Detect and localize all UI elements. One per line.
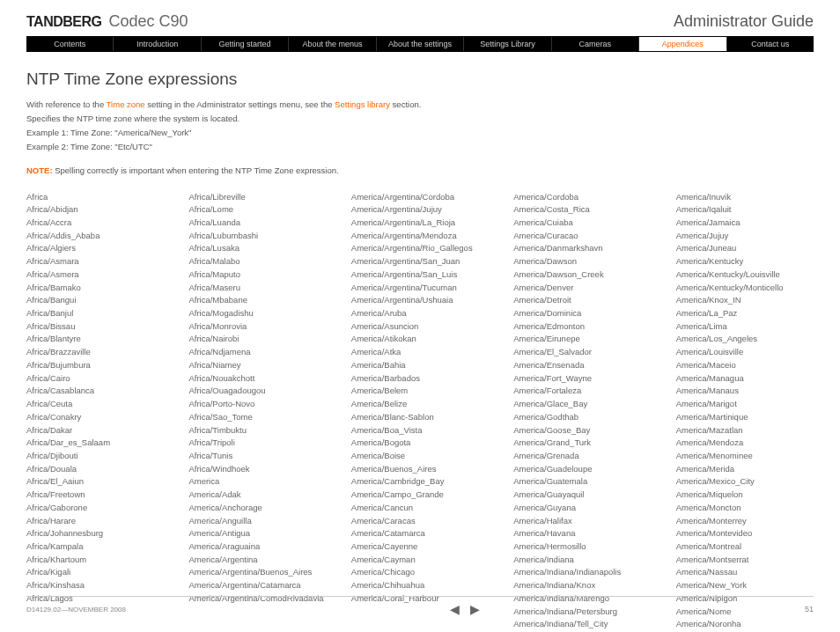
timezone-entry: Africa/Addis_Ababa (26, 230, 164, 243)
timezone-entry: America/Denver (513, 282, 651, 295)
nav-item-settings-library[interactable]: Settings Library (464, 37, 551, 51)
timezone-entry: Africa/Johannesburg (26, 527, 164, 540)
content: NTP Time Zone expressions With reference… (0, 52, 840, 632)
timezone-entry: America/Cayenne (351, 540, 489, 554)
timezone-entry: America/Asuncion (351, 320, 489, 334)
timezone-entry: America/Los_Angeles (676, 333, 814, 346)
link-timezone[interactable]: Time zone (107, 99, 145, 109)
nav-item-cameras[interactable]: Cameras (552, 37, 639, 51)
timezone-entry: America/Halifax (513, 515, 651, 528)
timezone-entry: America/Fort_Wayne (513, 372, 651, 386)
timezone-entry: Africa/Djibouti (26, 450, 164, 463)
timezone-entry: America/Monterrey (676, 515, 814, 528)
brand-block: TANDBERG Codec C90 (26, 12, 188, 31)
timezone-entry: America/Belem (351, 385, 489, 398)
timezone-entry: America/El_Salvador (513, 346, 651, 359)
timezone-entry: Africa/Lome (188, 203, 326, 217)
timezone-entry: America/Fortaleza (513, 385, 651, 398)
timezone-entry: America/Indiana (513, 554, 651, 567)
page-number: 51 (805, 605, 814, 614)
timezone-entry: Africa/Khartoum (26, 554, 164, 567)
timezone-entry: America/Eirunepe (513, 333, 651, 346)
nav-item-about-the-menus[interactable]: About the menus (289, 37, 376, 51)
timezone-entry: America/Louisville (676, 346, 814, 359)
timezone-entry: Africa/Lubumbashi (188, 230, 326, 243)
link-settings-library[interactable]: Settings library (335, 99, 390, 109)
timezone-entry: America/Guayaquil (513, 489, 651, 502)
page-title: NTP Time Zone expressions (26, 70, 814, 89)
timezone-entry: Africa/Mogadishu (188, 307, 326, 320)
nav-item-getting-started[interactable]: Getting started (202, 37, 289, 51)
timezone-entry: America/Ensenada (513, 359, 651, 372)
timezone-entry: America/Argentina/Tucuman (351, 282, 489, 295)
intro-text: With reference to the Time zone setting … (26, 98, 814, 155)
timezone-entry: America/Montserrat (676, 554, 814, 567)
next-page-icon[interactable]: ▶ (470, 602, 480, 616)
timezone-entry: Africa/Freetown (26, 489, 164, 502)
timezone-entry: America/Grand_Turk (513, 437, 651, 450)
timezone-entry: America/Dawson (513, 255, 651, 268)
timezone-entry: America/Kentucky/Monticello (676, 282, 814, 295)
timezone-entry: Africa/Harare (26, 515, 164, 528)
timezone-entry: America/Chicago (351, 566, 489, 579)
note-block: NOTE: Spelling correctly is important wh… (26, 165, 814, 175)
timezone-entry: America/Argentina/La_Rioja (351, 217, 489, 230)
nav-item-contents[interactable]: Contents (26, 37, 114, 51)
note-label: NOTE: (26, 165, 53, 175)
timezone-entry: America/Dawson_Creek (513, 268, 651, 282)
brand-logo: TANDBERG (26, 14, 101, 30)
timezone-entry: America/Aruba (351, 307, 489, 320)
timezone-entry: America/Jujuy (676, 230, 814, 243)
timezone-column: America/Argentina/CordobaAmerica/Argenti… (351, 191, 489, 632)
timezone-entry: America/Managua (676, 372, 814, 386)
timezone-entry: America/Miquelon (676, 489, 814, 502)
timezone-entry: Africa/Tunis (188, 450, 326, 463)
timezone-entry: America/Indiana/Knox (513, 579, 651, 592)
timezone-entry: Africa/Asmara (26, 255, 164, 268)
timezone-entry: Africa/Dar_es_Salaam (26, 437, 164, 450)
example-2: Example 2: Time Zone: "Etc/UTC" (26, 142, 152, 151)
timezone-entry: America/Boise (351, 450, 489, 463)
timezone-columns: AfricaAfrica/AbidjanAfrica/AccraAfrica/A… (26, 191, 814, 632)
spec-text: Specifies the NTP time zone where the sy… (26, 114, 239, 123)
timezone-entry: Africa/Maputo (188, 268, 326, 282)
nav-item-contact-us[interactable]: Contact us (727, 37, 814, 51)
timezone-entry: America/Montreal (676, 540, 814, 554)
timezone-entry: America/Kentucky (676, 255, 814, 268)
timezone-entry: America/Nassau (676, 566, 814, 579)
timezone-entry: America/Anguilla (188, 515, 326, 528)
timezone-entry: America/Marigot (676, 398, 814, 411)
prev-page-icon[interactable]: ◀ (450, 602, 460, 616)
timezone-entry: Africa/Algiers (26, 242, 164, 255)
timezone-entry: America/Argentina (188, 554, 326, 567)
timezone-entry: Africa/Ndjamena (188, 346, 326, 359)
timezone-entry: Africa/Ceuta (26, 398, 164, 411)
timezone-entry: America/Grenada (513, 450, 651, 463)
timezone-entry: America/Campo_Grande (351, 489, 489, 502)
timezone-entry: Africa/Porto-Novo (188, 398, 326, 411)
timezone-entry: America/Argentina/Cordoba (351, 191, 489, 204)
timezone-entry: America/Dominica (513, 307, 651, 320)
timezone-entry: Africa/Casablanca (26, 385, 164, 398)
timezone-column: America/InuvikAmerica/IqaluitAmerica/Jam… (676, 191, 814, 632)
nav-item-introduction[interactable]: Introduction (114, 37, 201, 51)
guide-title: Administrator Guide (674, 12, 814, 31)
nav-item-about-the-settings[interactable]: About the settings (377, 37, 464, 51)
timezone-entry: America/Bahia (351, 359, 489, 372)
timezone-entry: Africa/Ouagadougou (188, 385, 326, 398)
timezone-entry: America/Atka (351, 346, 489, 359)
timezone-entry: Africa/Windhoek (188, 463, 326, 476)
timezone-entry: Africa/Abidjan (26, 203, 164, 217)
timezone-entry: America/Guyana (513, 502, 651, 515)
timezone-column: AfricaAfrica/AbidjanAfrica/AccraAfrica/A… (26, 191, 164, 632)
timezone-entry: America/Moncton (676, 502, 814, 515)
timezone-entry: America/Buenos_Aires (351, 463, 489, 476)
timezone-entry: Africa/Gaborone (26, 502, 164, 515)
timezone-entry: America/Hermosillo (513, 540, 651, 554)
timezone-entry: America/Montevideo (676, 527, 814, 540)
timezone-entry: America/Manaus (676, 385, 814, 398)
nav-item-appendices[interactable]: Appendices (639, 37, 726, 51)
timezone-entry: America/Cuiaba (513, 217, 651, 230)
timezone-entry: Africa/Nairobi (188, 333, 326, 346)
pager: ◀ ▶ (450, 602, 480, 616)
